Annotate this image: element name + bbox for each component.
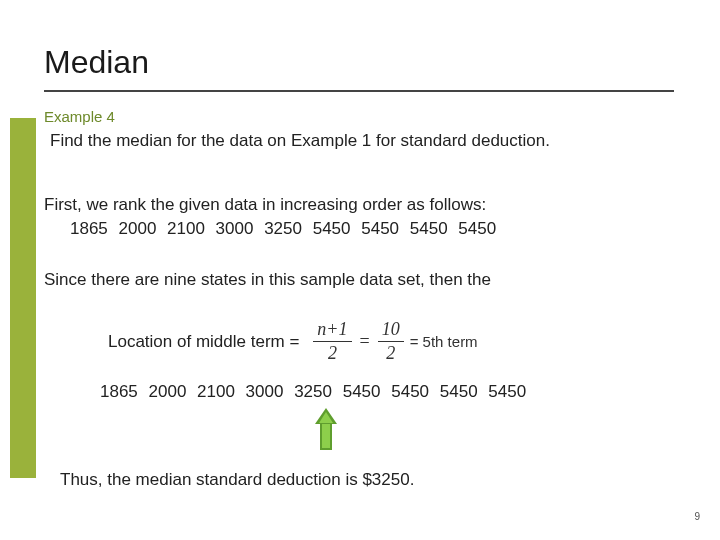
fraction-2-numerator: 10 <box>378 320 404 342</box>
location-of-middle-term: Location of middle term = n+1 2 = 10 2 =… <box>108 320 478 364</box>
title-underline <box>44 90 674 92</box>
location-label: Location of middle term = <box>108 332 299 352</box>
since-text: Since there are nine states in this samp… <box>44 270 684 290</box>
problem-prompt: Find the median for the data on Example … <box>50 130 670 153</box>
slide-title: Median <box>44 44 149 81</box>
sorted-data-row-1: 1865 2000 2100 3000 3250 5450 5450 5450 … <box>70 219 496 239</box>
fraction-1-denominator: 2 <box>328 342 337 364</box>
rank-instruction: First, we rank the given data in increas… <box>44 194 684 217</box>
conclusion-text: Thus, the median standard deduction is $… <box>60 470 414 490</box>
side-accent-band <box>10 118 36 478</box>
example-label: Example 4 <box>44 108 115 125</box>
arrow-stem <box>320 424 332 450</box>
fraction-1: n+1 2 <box>313 320 351 364</box>
arrow-head-inner <box>319 412 333 423</box>
slide: Median Example 4 Find the median for the… <box>0 0 720 540</box>
sorted-data-row-2: 1865 2000 2100 3000 3250 5450 5450 5450 … <box>100 382 526 402</box>
median-arrow-icon <box>312 408 340 452</box>
equals-sign: = <box>360 331 370 352</box>
fraction-expression: n+1 2 = 10 2 = 5th term <box>309 320 477 364</box>
page-number: 9 <box>694 511 700 522</box>
fraction-2-denominator: 2 <box>386 342 395 364</box>
fraction-result: = 5th term <box>410 333 478 350</box>
fraction-2: 10 2 <box>378 320 404 364</box>
fraction-1-numerator: n+1 <box>313 320 351 342</box>
